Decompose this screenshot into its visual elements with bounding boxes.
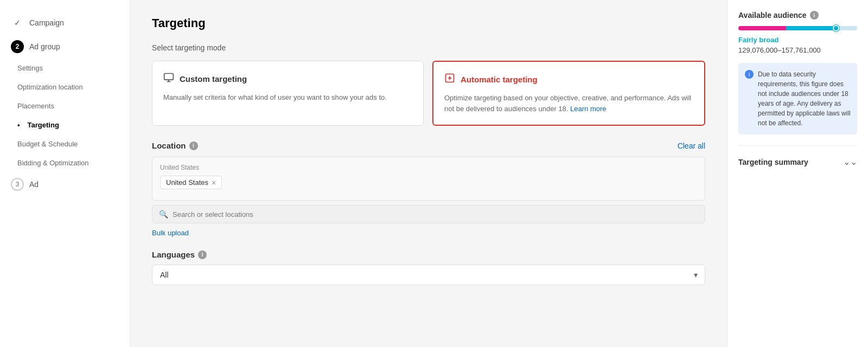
clear-all-button[interactable]: Clear all	[678, 142, 705, 150]
sidebar-item-label: Settings	[17, 64, 43, 72]
sidebar-item-label: Placements	[17, 102, 54, 110]
bulk-upload-button[interactable]: Bulk upload	[152, 229, 189, 237]
audience-bar	[738, 26, 857, 30]
targeting-summary-header: Targeting summary ⌄⌄	[738, 157, 857, 167]
sidebar-item-label: Optimization location	[17, 83, 83, 91]
languages-info-icon[interactable]: i	[198, 250, 207, 259]
location-search-input[interactable]	[173, 210, 698, 219]
languages-select[interactable]: All	[152, 265, 705, 285]
automatic-targeting-desc: Optimize targeting based on your objecti…	[444, 93, 693, 114]
location-search-wrap[interactable]: 🔍	[152, 205, 705, 223]
audience-range: 129,076,000–157,761,000	[738, 46, 857, 54]
remove-location-button[interactable]: ×	[212, 179, 216, 187]
sidebar-item-placements[interactable]: Placements	[0, 97, 130, 115]
location-section: Location i Clear all United States Unite…	[152, 141, 705, 237]
sidebar-item-ad[interactable]: 3 Ad	[0, 172, 130, 196]
location-header: Location i Clear all	[152, 141, 705, 150]
sidebar-item-label: Bidding & Optimization	[17, 159, 89, 167]
location-info-icon[interactable]: i	[189, 142, 198, 150]
card-header: Custom targeting	[163, 72, 412, 86]
sidebar-item-label: Campaign	[29, 18, 64, 27]
check-icon: ✓	[11, 16, 24, 29]
sidebar-item-label: Targeting	[28, 121, 59, 129]
custom-targeting-desc: Manually set criteria for what kind of u…	[163, 92, 412, 103]
step-badge: 3	[11, 178, 24, 191]
right-panel: Available audience i Fairly broad 129,07…	[727, 0, 868, 347]
automatic-targeting-card[interactable]: Automatic targeting Optimize targeting b…	[432, 61, 705, 126]
sidebar-item-ad-group[interactable]: 2 Ad group	[0, 35, 130, 59]
sidebar-item-budget-schedule[interactable]: Budget & Schedule	[0, 134, 130, 153]
page-title: Targeting	[152, 16, 705, 30]
select-mode-label: Select targeting mode	[152, 43, 705, 52]
sidebar-item-targeting[interactable]: Targeting	[0, 115, 130, 134]
bar-indicator	[833, 25, 839, 31]
audience-info-icon[interactable]: i	[810, 11, 819, 20]
audience-title: Available audience i	[738, 11, 857, 20]
sidebar-item-label: Ad	[29, 180, 39, 189]
location-title: Location i	[152, 141, 198, 150]
custom-targeting-title: Custom targeting	[180, 74, 247, 83]
card-header: Automatic targeting	[444, 73, 693, 86]
location-tag-item: United States ×	[160, 176, 222, 189]
svg-rect-0	[164, 74, 174, 80]
languages-title: Languages i	[152, 250, 705, 259]
divider	[738, 145, 857, 146]
location-sublabel: United States	[160, 164, 697, 171]
monitor-icon	[163, 72, 174, 86]
location-tag: United States ×	[160, 176, 697, 194]
targeting-summary-title: Targeting summary	[738, 158, 808, 166]
notice-text: Due to data security requirements, this …	[758, 69, 851, 128]
learn-more-link[interactable]: Learn more	[570, 105, 606, 113]
languages-select-wrap: All ▾	[152, 265, 705, 285]
info-notice: i Due to data security requirements, thi…	[738, 63, 857, 134]
audience-quality: Fairly broad	[738, 36, 857, 44]
sidebar-item-optimization-location[interactable]: Optimization location	[0, 78, 130, 97]
targeting-cards: Custom targeting Manually set criteria f…	[152, 61, 705, 126]
notice-icon: i	[745, 70, 754, 79]
sidebar-item-settings[interactable]: Settings	[0, 59, 130, 78]
location-box: United States United States ×	[152, 157, 705, 201]
sidebar-item-bidding-optimization[interactable]: Bidding & Optimization	[0, 153, 130, 172]
custom-targeting-card[interactable]: Custom targeting Manually set criteria f…	[152, 61, 424, 126]
sidebar: ✓ Campaign 2 Ad group Settings Optimizat…	[0, 0, 130, 347]
main-content: Targeting Select targeting mode Custom t…	[130, 0, 727, 347]
search-icon: 🔍	[159, 210, 168, 219]
expand-icon[interactable]: ⌄⌄	[843, 157, 857, 167]
sidebar-item-campaign[interactable]: ✓ Campaign	[0, 11, 130, 35]
step-badge: 2	[11, 40, 24, 53]
auto-targeting-icon	[444, 73, 455, 86]
languages-section: Languages i All ▾	[152, 250, 705, 285]
automatic-targeting-title: Automatic targeting	[461, 75, 538, 84]
sidebar-item-label: Ad group	[29, 42, 60, 51]
sidebar-item-label: Budget & Schedule	[17, 140, 78, 148]
